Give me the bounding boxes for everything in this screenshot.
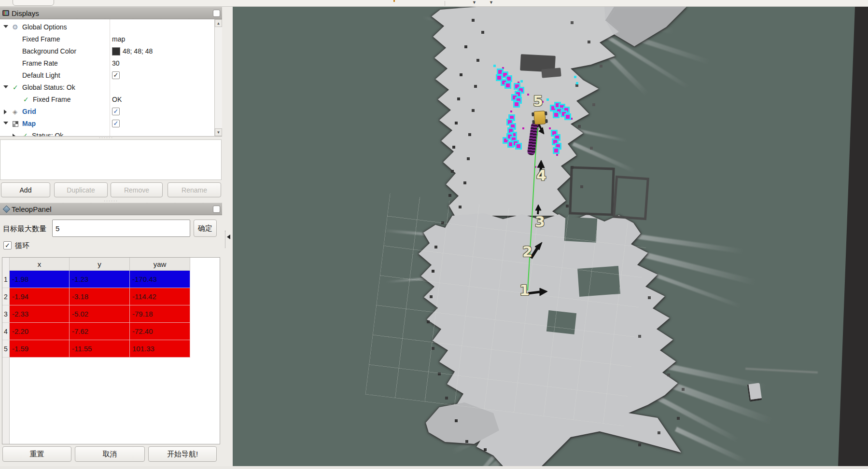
table-row[interactable]: 5 -1.59 -11.55 101.33: [2, 340, 190, 358]
cell-yaw[interactable]: 101.33: [130, 340, 190, 358]
table-row[interactable]: 2 -1.94 -3.18 -114.42: [2, 288, 190, 305]
table-row[interactable]: 1 -1.98 -1.23 -170.43: [2, 271, 190, 288]
grid-checkbox[interactable]: ✓: [112, 108, 120, 115]
default-light-checkbox[interactable]: ✓: [112, 71, 120, 79]
cell-x[interactable]: -1.98: [10, 271, 70, 288]
waypoint-label-5: 5: [533, 93, 543, 110]
waypoint-label-2: 2: [522, 243, 532, 260]
tree-label: Status: Ok: [32, 130, 63, 137]
cell-x[interactable]: -2.33: [10, 305, 70, 323]
tree-row-background-color[interactable]: Background Color 48; 48; 48: [0, 45, 214, 57]
expand-triangle-icon[interactable]: [4, 110, 7, 114]
waypoint-label-3: 3: [535, 213, 545, 230]
max-goal-input[interactable]: [52, 220, 190, 237]
cell-yaw[interactable]: -72.40: [130, 323, 190, 340]
cell-y[interactable]: -3.18: [70, 288, 130, 305]
panel-collapse-handle[interactable]: [225, 231, 225, 248]
grid-icon: ◈: [13, 109, 17, 115]
tree-row-global-status[interactable]: ✓ Global Status: Ok: [0, 82, 214, 94]
robot-heading-arrowhead: [539, 127, 544, 134]
cell-y[interactable]: -5.02: [70, 305, 130, 323]
tree-label: Background Color: [22, 45, 76, 57]
fixed-frame-value[interactable]: map: [112, 33, 125, 45]
loop-label: 循环: [15, 241, 29, 250]
scroll-down-button[interactable]: ▼: [215, 128, 222, 136]
row-number: 2: [2, 288, 10, 305]
cell-y[interactable]: -1.23: [70, 271, 130, 288]
displays-tree[interactable]: ⚙ Global Options Fixed Frame map Backgro…: [0, 19, 214, 137]
reset-button[interactable]: 重置: [2, 446, 71, 462]
gear-icon: ⚙: [12, 24, 19, 31]
tree-label: Grid: [22, 106, 36, 118]
cell-yaw[interactable]: -170.43: [130, 271, 190, 288]
collapse-triangle-icon[interactable]: [3, 85, 8, 88]
expand-triangle-icon[interactable]: [13, 134, 15, 137]
cell-x[interactable]: -1.59: [10, 340, 70, 358]
color-swatch[interactable]: [112, 47, 120, 55]
row-number: 3: [2, 305, 10, 323]
collapse-arrow-icon[interactable]: [227, 234, 230, 239]
fixed-frame-status-value: OK: [112, 94, 122, 106]
map-checkbox[interactable]: ✓: [112, 120, 120, 127]
loop-checkbox[interactable]: ✓: [3, 241, 12, 249]
panel-float-button[interactable]: [213, 206, 220, 213]
row-number: 4: [2, 323, 10, 340]
robot-body: [533, 110, 546, 125]
cell-y[interactable]: -7.62: [70, 323, 130, 340]
confirm-button[interactable]: 确定: [194, 220, 217, 237]
tree-row-global-options[interactable]: ⚙ Global Options: [0, 21, 214, 33]
status-ok-icon: ✓: [13, 82, 18, 94]
rename-button[interactable]: Rename: [168, 182, 221, 197]
waypoint1-arrow: [528, 292, 540, 293]
cell-x[interactable]: -2.20: [10, 323, 70, 340]
chevron-down-icon[interactable]: ▼: [472, 0, 476, 5]
cancel-button[interactable]: 取消: [75, 446, 145, 462]
start-navigation-button[interactable]: 开始导航!: [148, 446, 217, 462]
path-overlay: [233, 7, 868, 466]
status-ok-icon: ✓: [22, 130, 28, 137]
waypoint-table[interactable]: x y yaw 1 -1.98 -1.23 -170.43 2 -1.94 -3…: [2, 257, 220, 444]
waypoint3-arrowhead: [535, 205, 541, 210]
bottom-strip: [0, 466, 868, 469]
tree-row-default-light[interactable]: Default Light ✓: [0, 69, 214, 82]
displays-panel-titlebar[interactable]: Displays: [0, 7, 222, 19]
map-icon: [13, 121, 18, 127]
scroll-up-button[interactable]: ▲: [215, 19, 222, 27]
tree-label: Map: [22, 118, 36, 130]
table-row[interactable]: 3 -2.33 -5.02 -79.18: [2, 305, 190, 323]
teleop-panel-titlebar[interactable]: TeleopPanel: [0, 203, 222, 215]
cell-yaw[interactable]: -79.18: [130, 305, 190, 323]
toolbar-separator: [445, 1, 445, 6]
tree-label: Global Status: Ok: [22, 82, 75, 94]
background-color-value[interactable]: 48; 48; 48: [123, 45, 153, 57]
collapse-triangle-icon[interactable]: [3, 25, 8, 28]
panel-float-button[interactable]: [213, 10, 220, 17]
tree-scrollbar[interactable]: ▲ ▼: [214, 19, 222, 137]
cell-y[interactable]: -11.55: [70, 340, 130, 358]
table-header-row: x y yaw: [10, 258, 190, 271]
cell-yaw[interactable]: -114.42: [130, 288, 190, 305]
tree-row-grid[interactable]: ◈ Grid ✓: [0, 106, 214, 118]
status-ok-icon: ✓: [23, 94, 29, 106]
frame-rate-value[interactable]: 30: [112, 57, 120, 69]
tree-row-frame-rate[interactable]: Frame Rate 30: [0, 57, 214, 69]
duplicate-button[interactable]: Duplicate: [54, 182, 108, 197]
map-viewport[interactable]: 1 2 3 4 5: [233, 7, 868, 466]
column-header-yaw[interactable]: yaw: [130, 258, 190, 271]
column-header-x[interactable]: x: [10, 258, 70, 271]
tree-row-map[interactable]: Map ✓: [0, 118, 214, 130]
toolbar-partial-button[interactable]: [13, 0, 54, 6]
cell-x[interactable]: -1.94: [10, 288, 70, 305]
tree-row-fixed-frame-status[interactable]: ✓ Fixed Frame OK: [0, 94, 214, 106]
add-button[interactable]: Add: [1, 182, 50, 197]
tree-label: Fixed Frame: [22, 33, 60, 45]
waypoint-label-4: 4: [536, 167, 546, 184]
chevron-down-icon[interactable]: ▼: [489, 0, 493, 5]
table-row[interactable]: 4 -2.20 -7.62 -72.40: [2, 323, 190, 340]
tree-row-fixed-frame[interactable]: Fixed Frame map: [0, 33, 214, 45]
collapse-triangle-icon[interactable]: [3, 122, 8, 124]
top-toolbar: ▼ ▼: [0, 0, 868, 7]
remove-button[interactable]: Remove: [111, 182, 163, 197]
row-number: 1: [2, 271, 10, 288]
column-header-y[interactable]: y: [70, 258, 130, 271]
